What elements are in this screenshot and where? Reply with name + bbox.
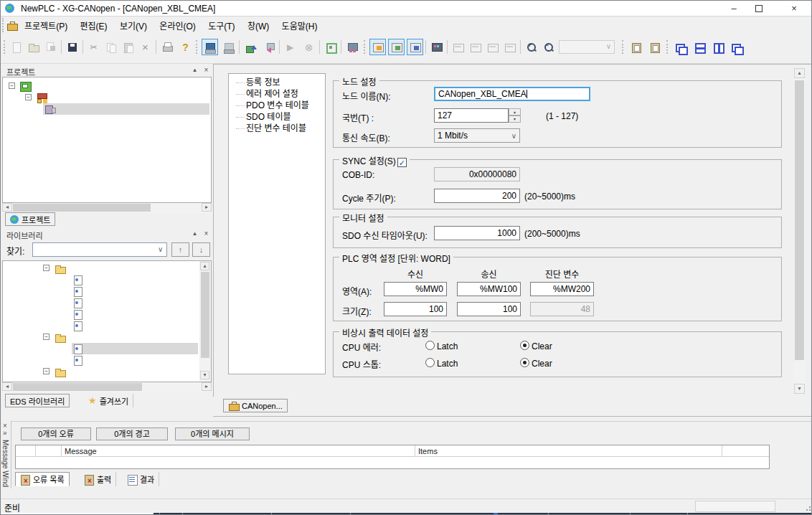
- collapse-panel-icon[interactable]: ▴: [190, 230, 199, 237]
- scroll-thumb[interactable]: [13, 204, 151, 212]
- nav-item-pdo-table[interactable]: PDO 변수 테이블: [246, 100, 309, 111]
- tree-row-folder[interactable]: − Unknown(301): [3, 366, 198, 377]
- spin-up-icon[interactable]: ▴: [509, 108, 521, 115]
- library-window-toggle[interactable]: [407, 39, 423, 55]
- node-name-input[interactable]: CANopen_XBL_CMEA: [434, 87, 590, 101]
- library-tree-hscrollbar[interactable]: ◂ ▸: [2, 382, 212, 392]
- tile-horizontal-button[interactable]: [691, 39, 707, 55]
- col-message-header[interactable]: Message: [62, 445, 415, 457]
- toolbar-grip-5[interactable]: [666, 40, 669, 54]
- tab-output[interactable]: 출력: [80, 472, 116, 486]
- menu-project[interactable]: 프로젝트(P): [19, 16, 72, 34]
- col-blank-1[interactable]: [16, 445, 36, 457]
- scroll-thumb[interactable]: [795, 80, 804, 360]
- zoom-out-button[interactable]: −: [540, 39, 557, 55]
- scroll-left-icon[interactable]: ◂: [2, 203, 12, 212]
- collapse-node-icon[interactable]: −: [9, 82, 15, 89]
- scroll-right-icon[interactable]: ▸: [202, 382, 212, 391]
- connection-settings-button[interactable]: [220, 39, 237, 55]
- cpu-error-latch-radio[interactable]: [425, 341, 435, 350]
- run-button[interactable]: ▶: [282, 39, 298, 55]
- find-combobox[interactable]: ∨: [32, 242, 167, 257]
- area-tx-input[interactable]: %MW100: [457, 282, 521, 296]
- nav-item-error-control[interactable]: 에러 제어 설정: [246, 88, 298, 100]
- eds-edit-button[interactable]: [646, 39, 663, 55]
- warnings-count-button[interactable]: 0개의 경고: [96, 427, 168, 440]
- expand-message-window-icon[interactable]: »: [3, 429, 7, 437]
- scroll-up-icon[interactable]: ▴: [794, 68, 805, 78]
- menu-online[interactable]: 온라인(O): [154, 16, 200, 34]
- collapse-node-icon[interactable]: −: [43, 265, 49, 271]
- cut-button[interactable]: ✂: [85, 39, 102, 55]
- tree-row-newplc[interactable]: − NewPLC: [3, 80, 209, 92]
- spin-down-icon[interactable]: ▾: [509, 115, 521, 123]
- close-panel-icon[interactable]: ×: [202, 66, 211, 74]
- tree-row-canopen-module[interactable]: CANopen_XBL_CMEA(B00,S02: XBL-: [43, 103, 209, 115]
- stop-button[interactable]: ⊗: [301, 39, 317, 55]
- menu-window[interactable]: 창(W): [242, 16, 274, 34]
- sdo-timeout-input[interactable]: 1000: [434, 226, 520, 240]
- sync-checkbox[interactable]: ✓: [397, 158, 407, 167]
- tab-eds-library[interactable]: EDS 라이브러리: [5, 394, 70, 407]
- scroll-left-icon[interactable]: ◂: [2, 382, 12, 391]
- errors-count-button[interactable]: 0개의 오류: [21, 427, 91, 440]
- tree-row-eds[interactable]: IG7 CANopen (LS_IG7_CANO: [3, 274, 198, 285]
- area-rx-input[interactable]: %MW0: [384, 282, 447, 296]
- copy-button[interactable]: [103, 39, 119, 55]
- col-blank-2[interactable]: [36, 445, 62, 457]
- tab-favorites[interactable]: ★ 즐겨쓰기: [84, 394, 133, 407]
- collapse-node-icon[interactable]: −: [43, 334, 49, 340]
- system-monitor-button[interactable]: [484, 39, 501, 55]
- project-tree-hscrollbar[interactable]: ◂ ▸: [2, 203, 212, 213]
- scroll-down-icon[interactable]: ▾: [200, 371, 209, 379]
- scroll-thumb[interactable]: [201, 272, 209, 358]
- size-rx-input[interactable]: 100: [384, 302, 447, 316]
- scroll-thumb[interactable]: [13, 383, 142, 391]
- size-tx-input[interactable]: 100: [457, 302, 521, 316]
- nav-item-sdo-table[interactable]: SDO 테이블: [246, 111, 291, 123]
- eds-register-button[interactable]: [628, 39, 644, 55]
- collapse-node-icon[interactable]: −: [43, 368, 49, 374]
- help-button[interactable]: ?: [177, 39, 194, 55]
- tree-row-eds[interactable]: XPO-COEA (XPO-COEA.e...: [3, 354, 198, 366]
- tile-vertical-button[interactable]: [709, 39, 726, 55]
- nav-item-registration[interactable]: 등록 정보: [246, 77, 280, 88]
- save-project-button[interactable]: [42, 39, 59, 55]
- tree-row-folder[interactable]: − Drives and motion control: [3, 263, 198, 274]
- print-button[interactable]: [159, 39, 175, 55]
- cycle-input[interactable]: 200: [434, 189, 520, 203]
- delete-button[interactable]: ×: [137, 39, 154, 55]
- area-diag-input[interactable]: %MW200: [530, 282, 594, 296]
- find-down-button[interactable]: ↓: [192, 242, 210, 257]
- resize-grip[interactable]: [804, 504, 811, 511]
- open-button[interactable]: [25, 39, 42, 55]
- speed-select[interactable]: 1 Mbit/s∨: [434, 128, 520, 143]
- cpu-stop-latch-radio[interactable]: [425, 358, 435, 367]
- write-button[interactable]: [242, 39, 258, 55]
- tree-row-eds[interactable]: S100 CANopen (ls_s100_CAN: [3, 297, 198, 308]
- tab-canopen-document[interactable]: CANopen...: [223, 399, 288, 412]
- tree-row-eds[interactable]: SV-iP5A CANopen (LS_IP5A: [3, 320, 198, 331]
- variable-monitor-button[interactable]: [450, 39, 466, 55]
- new-button[interactable]: [8, 39, 24, 55]
- tab-project[interactable]: 프로젝트: [5, 212, 55, 226]
- collapse-node-icon[interactable]: −: [25, 94, 32, 100]
- tree-row-folder[interactable]: − Unknown(0): [3, 331, 198, 343]
- col-blank-3[interactable]: [722, 445, 768, 457]
- message-window-toggle[interactable]: [388, 39, 405, 55]
- scroll-right-icon[interactable]: ▸: [202, 203, 212, 212]
- project-window-toggle[interactable]: [369, 39, 386, 55]
- trend-monitor-button[interactable]: [501, 39, 518, 55]
- col-items-header[interactable]: Items: [415, 445, 722, 457]
- menubar-grip[interactable]: [2, 18, 4, 32]
- tree-row-eds-selected[interactable]: XBL-CSEA (XBL-CSEA_V10: [72, 343, 198, 354]
- toolbar-grip-4[interactable]: [622, 40, 624, 54]
- close-button[interactable]: ×: [781, 1, 807, 16]
- toolbar-grip[interactable]: [4, 40, 6, 54]
- special-module-button[interactable]: [344, 39, 360, 55]
- tree-row-eds[interactable]: IS7 CANopen (LS_IS7_CANO: [3, 285, 198, 297]
- toolbar-grip-2[interactable]: [196, 40, 198, 54]
- search-input[interactable]: [34, 244, 152, 255]
- tree-row-canopen-network[interactable]: − CANopen Network(XGB-XECU): [3, 92, 209, 103]
- station-stepper[interactable]: ▴ ▾: [509, 108, 521, 123]
